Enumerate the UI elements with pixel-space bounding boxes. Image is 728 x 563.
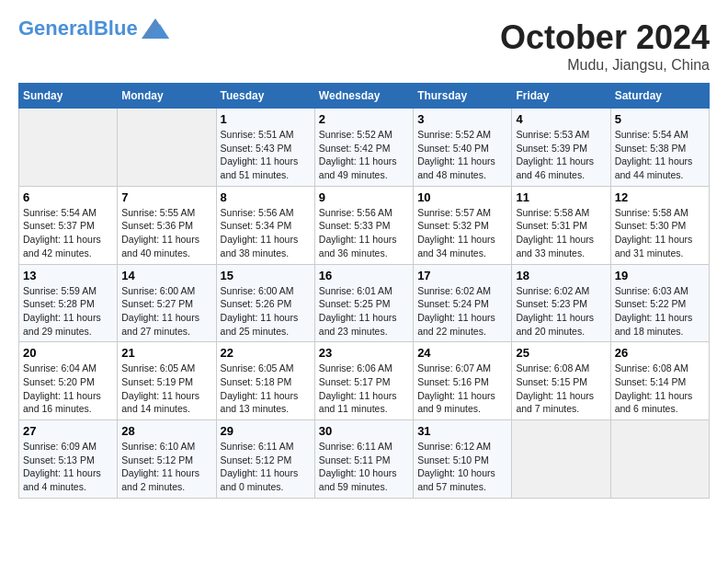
calendar-day-cell: 30Sunrise: 6:11 AMSunset: 5:11 PMDayligh… xyxy=(314,420,413,499)
day-number: 18 xyxy=(516,269,606,282)
day-number: 29 xyxy=(221,424,311,438)
day-number: 30 xyxy=(319,424,409,438)
day-number: 11 xyxy=(516,190,606,204)
day-info: Sunrise: 5:53 AMSunset: 5:39 PMDaylight:… xyxy=(516,128,606,182)
calendar-week-row: 13Sunrise: 5:59 AMSunset: 5:28 PMDayligh… xyxy=(19,264,710,342)
day-number: 10 xyxy=(417,190,507,204)
day-number: 28 xyxy=(121,424,211,438)
calendar-day-cell xyxy=(512,420,610,499)
location: Mudu, Jiangsu, China xyxy=(500,57,710,74)
day-number: 5 xyxy=(615,112,705,126)
day-info: Sunrise: 6:08 AMSunset: 5:14 PMDaylight:… xyxy=(615,362,705,416)
day-number: 7 xyxy=(121,190,211,204)
calendar-day-cell: 27Sunrise: 6:09 AMSunset: 5:13 PMDayligh… xyxy=(19,420,118,499)
day-info: Sunrise: 6:02 AMSunset: 5:24 PMDaylight:… xyxy=(417,284,507,339)
calendar-day-cell: 9Sunrise: 5:56 AMSunset: 5:33 PMDaylight… xyxy=(314,186,413,264)
day-info: Sunrise: 6:11 AMSunset: 5:12 PMDaylight:… xyxy=(221,440,311,494)
calendar-day-cell: 10Sunrise: 5:57 AMSunset: 5:32 PMDayligh… xyxy=(414,186,512,264)
calendar-day-cell: 25Sunrise: 6:08 AMSunset: 5:15 PMDayligh… xyxy=(512,342,610,420)
day-number: 21 xyxy=(121,346,211,360)
day-info: Sunrise: 6:09 AMSunset: 5:13 PMDaylight:… xyxy=(23,440,113,494)
day-info: Sunrise: 6:00 AMSunset: 5:27 PMDaylight:… xyxy=(121,284,211,339)
day-number: 24 xyxy=(417,346,507,360)
calendar-day-cell: 18Sunrise: 6:02 AMSunset: 5:23 PMDayligh… xyxy=(512,264,610,342)
day-info: Sunrise: 6:08 AMSunset: 5:15 PMDaylight:… xyxy=(516,362,606,416)
calendar-day-cell: 31Sunrise: 6:12 AMSunset: 5:10 PMDayligh… xyxy=(414,420,512,499)
day-number: 8 xyxy=(221,190,311,204)
logo: GeneralBlue xyxy=(18,18,169,39)
weekday-header-cell: Wednesday xyxy=(314,84,413,109)
weekday-header-cell: Monday xyxy=(118,84,216,109)
calendar-day-cell: 6Sunrise: 5:54 AMSunset: 5:37 PMDaylight… xyxy=(19,186,118,264)
weekday-header-cell: Friday xyxy=(512,84,610,109)
calendar-day-cell: 22Sunrise: 6:05 AMSunset: 5:18 PMDayligh… xyxy=(216,342,314,420)
logo-text: GeneralBlue xyxy=(18,18,138,39)
day-info: Sunrise: 6:12 AMSunset: 5:10 PMDaylight:… xyxy=(417,440,507,494)
header: GeneralBlue October 2024 Mudu, Jiangsu, … xyxy=(18,18,710,74)
day-number: 17 xyxy=(417,269,507,282)
calendar-day-cell: 2Sunrise: 5:52 AMSunset: 5:42 PMDaylight… xyxy=(314,109,413,187)
day-number: 20 xyxy=(23,346,113,360)
calendar-day-cell: 21Sunrise: 6:05 AMSunset: 5:19 PMDayligh… xyxy=(118,342,216,420)
calendar-day-cell: 11Sunrise: 5:58 AMSunset: 5:31 PMDayligh… xyxy=(512,186,610,264)
title-area: October 2024 Mudu, Jiangsu, China xyxy=(500,18,710,74)
day-number: 31 xyxy=(417,424,507,438)
day-number: 12 xyxy=(615,190,705,204)
day-info: Sunrise: 6:03 AMSunset: 5:22 PMDaylight:… xyxy=(615,284,705,339)
weekday-header-cell: Sunday xyxy=(19,84,118,109)
day-number: 16 xyxy=(319,269,409,282)
day-info: Sunrise: 6:06 AMSunset: 5:17 PMDaylight:… xyxy=(319,362,409,416)
day-info: Sunrise: 6:10 AMSunset: 5:12 PMDaylight:… xyxy=(121,440,211,494)
day-info: Sunrise: 5:58 AMSunset: 5:31 PMDaylight:… xyxy=(516,206,606,260)
calendar-day-cell: 19Sunrise: 6:03 AMSunset: 5:22 PMDayligh… xyxy=(610,264,709,342)
day-info: Sunrise: 6:01 AMSunset: 5:25 PMDaylight:… xyxy=(319,284,409,339)
day-info: Sunrise: 5:56 AMSunset: 5:33 PMDaylight:… xyxy=(319,206,409,260)
day-number: 26 xyxy=(615,346,705,360)
calendar-table: SundayMondayTuesdayWednesdayThursdayFrid… xyxy=(18,83,710,499)
calendar-day-cell xyxy=(118,109,216,187)
calendar-day-cell: 8Sunrise: 5:56 AMSunset: 5:34 PMDaylight… xyxy=(216,186,314,264)
calendar-day-cell xyxy=(610,420,709,499)
day-info: Sunrise: 5:55 AMSunset: 5:36 PMDaylight:… xyxy=(121,206,211,260)
day-info: Sunrise: 6:02 AMSunset: 5:23 PMDaylight:… xyxy=(516,284,606,339)
day-info: Sunrise: 5:52 AMSunset: 5:40 PMDaylight:… xyxy=(417,128,507,182)
calendar-day-cell: 15Sunrise: 6:00 AMSunset: 5:26 PMDayligh… xyxy=(216,264,314,342)
calendar-week-row: 20Sunrise: 6:04 AMSunset: 5:20 PMDayligh… xyxy=(19,342,710,420)
day-info: Sunrise: 5:59 AMSunset: 5:28 PMDaylight:… xyxy=(23,284,113,339)
calendar-day-cell: 29Sunrise: 6:11 AMSunset: 5:12 PMDayligh… xyxy=(216,420,314,499)
calendar-day-cell: 1Sunrise: 5:51 AMSunset: 5:43 PMDaylight… xyxy=(216,109,314,187)
calendar-day-cell xyxy=(19,109,118,187)
logo-icon xyxy=(142,18,169,39)
day-number: 15 xyxy=(221,269,311,282)
day-info: Sunrise: 6:07 AMSunset: 5:16 PMDaylight:… xyxy=(417,362,507,416)
calendar-day-cell: 3Sunrise: 5:52 AMSunset: 5:40 PMDaylight… xyxy=(414,109,512,187)
calendar-day-cell: 24Sunrise: 6:07 AMSunset: 5:16 PMDayligh… xyxy=(414,342,512,420)
day-info: Sunrise: 5:58 AMSunset: 5:30 PMDaylight:… xyxy=(615,206,705,260)
day-number: 22 xyxy=(221,346,311,360)
day-info: Sunrise: 6:00 AMSunset: 5:26 PMDaylight:… xyxy=(221,284,311,339)
month-title: October 2024 xyxy=(500,18,710,57)
calendar-week-row: 1Sunrise: 5:51 AMSunset: 5:43 PMDaylight… xyxy=(19,109,710,187)
day-info: Sunrise: 6:05 AMSunset: 5:19 PMDaylight:… xyxy=(121,362,211,416)
day-number: 1 xyxy=(221,112,311,126)
calendar-day-cell: 17Sunrise: 6:02 AMSunset: 5:24 PMDayligh… xyxy=(414,264,512,342)
weekday-header-cell: Tuesday xyxy=(216,84,314,109)
day-number: 19 xyxy=(615,269,705,282)
day-info: Sunrise: 5:54 AMSunset: 5:38 PMDaylight:… xyxy=(615,128,705,182)
weekday-header-cell: Thursday xyxy=(414,84,512,109)
calendar-day-cell: 28Sunrise: 6:10 AMSunset: 5:12 PMDayligh… xyxy=(118,420,216,499)
day-number: 27 xyxy=(23,424,113,438)
weekday-header-row: SundayMondayTuesdayWednesdayThursdayFrid… xyxy=(19,84,710,109)
calendar-day-cell: 16Sunrise: 6:01 AMSunset: 5:25 PMDayligh… xyxy=(314,264,413,342)
day-number: 6 xyxy=(23,190,113,204)
calendar-day-cell: 7Sunrise: 5:55 AMSunset: 5:36 PMDaylight… xyxy=(118,186,216,264)
calendar-day-cell: 23Sunrise: 6:06 AMSunset: 5:17 PMDayligh… xyxy=(314,342,413,420)
calendar-body: 1Sunrise: 5:51 AMSunset: 5:43 PMDaylight… xyxy=(19,109,710,499)
day-number: 13 xyxy=(23,269,113,282)
day-info: Sunrise: 5:51 AMSunset: 5:43 PMDaylight:… xyxy=(221,128,311,182)
calendar-week-row: 27Sunrise: 6:09 AMSunset: 5:13 PMDayligh… xyxy=(19,420,710,499)
day-info: Sunrise: 6:11 AMSunset: 5:11 PMDaylight:… xyxy=(319,440,409,494)
calendar-day-cell: 14Sunrise: 6:00 AMSunset: 5:27 PMDayligh… xyxy=(118,264,216,342)
day-info: Sunrise: 6:04 AMSunset: 5:20 PMDaylight:… xyxy=(23,362,113,416)
day-info: Sunrise: 6:05 AMSunset: 5:18 PMDaylight:… xyxy=(221,362,311,416)
